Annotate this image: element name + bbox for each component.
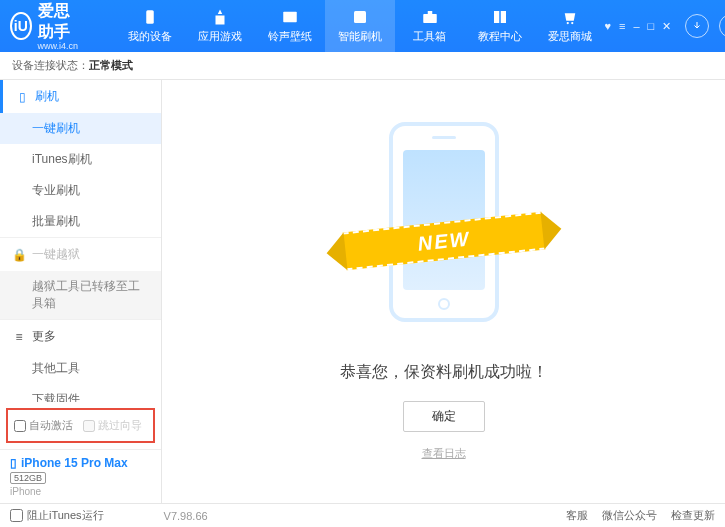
sidebar-item-oneclick[interactable]: 一键刷机 xyxy=(0,113,161,144)
nav-label: 智能刷机 xyxy=(338,29,382,44)
sidebar-group-flash[interactable]: ▯ 刷机 xyxy=(0,80,161,113)
sidebar-group-jailbreak: 🔒 一键越狱 xyxy=(0,238,161,271)
sidebar-item-pro[interactable]: 专业刷机 xyxy=(0,175,161,206)
footer-link-update[interactable]: 检查更新 xyxy=(671,508,715,523)
nav-label: 爱思商城 xyxy=(548,29,592,44)
image-icon xyxy=(280,8,300,26)
device-storage: 512GB xyxy=(10,472,46,484)
svg-rect-3 xyxy=(423,14,437,23)
nav-label: 我的设备 xyxy=(128,29,172,44)
cart-icon xyxy=(560,8,580,26)
ok-button[interactable]: 确定 xyxy=(403,401,485,432)
device-info: ▯ iPhone 15 Pro Max 512GB iPhone xyxy=(0,449,161,503)
footer-link-service[interactable]: 客服 xyxy=(566,508,588,523)
status-value: 正常模式 xyxy=(89,58,133,73)
svg-rect-0 xyxy=(146,10,154,24)
user-button[interactable] xyxy=(719,14,725,38)
main-content: NEW 恭喜您，保资料刷机成功啦！ 确定 查看日志 xyxy=(162,80,725,503)
phone-icon: ▯ xyxy=(10,456,17,470)
menu-icon: ≡ xyxy=(12,330,26,344)
device-name[interactable]: ▯ iPhone 15 Pro Max xyxy=(10,456,151,470)
sidebar-item-other-tools[interactable]: 其他工具 xyxy=(0,353,161,384)
app-title: 爱思助手 xyxy=(38,2,70,40)
nav-label: 应用游戏 xyxy=(198,29,242,44)
sidebar-item-batch[interactable]: 批量刷机 xyxy=(0,206,161,237)
minimize-icon[interactable]: – xyxy=(633,20,639,33)
svg-rect-4 xyxy=(427,11,432,14)
sidebar-jailbreak-note: 越狱工具已转移至工具箱 xyxy=(0,271,161,319)
svg-point-6 xyxy=(571,22,573,24)
status-label: 设备连接状态： xyxy=(12,58,89,73)
svg-rect-1 xyxy=(283,12,297,23)
nav-store[interactable]: 爱思商城 xyxy=(535,0,605,52)
success-message: 恭喜您，保资料刷机成功啦！ xyxy=(340,362,548,383)
app-subtitle: www.i4.cn xyxy=(38,41,85,51)
window-controls: ♥ ≡ – □ ✕ xyxy=(605,20,672,33)
sidebar-group-more[interactable]: ≡ 更多 xyxy=(0,320,161,353)
nav-apps[interactable]: 应用游戏 xyxy=(185,0,255,52)
toolbox-icon xyxy=(420,8,440,26)
highlighted-options: 自动激活 跳过向导 xyxy=(6,408,155,443)
svg-rect-2 xyxy=(354,11,366,23)
checkbox-label: 阻止iTunes运行 xyxy=(27,508,104,523)
checkbox-label: 自动激活 xyxy=(29,418,73,433)
sidebar: ▯ 刷机 一键刷机 iTunes刷机 专业刷机 批量刷机 🔒 一键越狱 越狱工具… xyxy=(0,80,162,503)
svg-point-5 xyxy=(566,22,568,24)
download-button[interactable] xyxy=(685,14,709,38)
book-icon xyxy=(490,8,510,26)
close-icon[interactable]: ✕ xyxy=(662,20,671,33)
version-label: V7.98.66 xyxy=(164,510,208,522)
success-illustration: NEW xyxy=(374,122,514,342)
view-log-link[interactable]: 查看日志 xyxy=(422,446,466,461)
app-logo: iU 爱思助手 www.i4.cn xyxy=(10,1,85,51)
sidebar-item-itunes[interactable]: iTunes刷机 xyxy=(0,144,161,175)
lock-icon: 🔒 xyxy=(12,248,26,262)
nav-label: 工具箱 xyxy=(413,29,446,44)
nav-label: 教程中心 xyxy=(478,29,522,44)
group-label: 一键越狱 xyxy=(32,246,80,263)
footer-link-wechat[interactable]: 微信公众号 xyxy=(602,508,657,523)
phone-icon: ▯ xyxy=(15,90,29,104)
connection-status: 设备连接状态： 正常模式 xyxy=(0,52,725,80)
nav-tutorials[interactable]: 教程中心 xyxy=(465,0,535,52)
checkbox-auto-activate[interactable]: 自动激活 xyxy=(14,418,73,433)
checkbox-skip-guide[interactable]: 跳过向导 xyxy=(83,418,142,433)
maximize-icon[interactable]: □ xyxy=(648,20,655,33)
nav-ringtones[interactable]: 铃声壁纸 xyxy=(255,0,325,52)
nav-flash[interactable]: 智能刷机 xyxy=(325,0,395,52)
nav-toolbox[interactable]: 工具箱 xyxy=(395,0,465,52)
settings-icon[interactable]: ≡ xyxy=(619,20,625,33)
nav-my-device[interactable]: 我的设备 xyxy=(115,0,185,52)
checkbox-label: 跳过向导 xyxy=(98,418,142,433)
flash-icon xyxy=(350,8,370,26)
apps-icon xyxy=(210,8,230,26)
group-label: 更多 xyxy=(32,328,56,345)
device-name-text: iPhone 15 Pro Max xyxy=(21,456,128,470)
device-type: iPhone xyxy=(10,486,151,497)
group-label: 刷机 xyxy=(35,88,59,105)
device-icon xyxy=(140,8,160,26)
sidebar-item-download-firmware[interactable]: 下载固件 xyxy=(0,384,161,402)
logo-icon: iU xyxy=(10,12,32,40)
checkbox-block-itunes[interactable]: 阻止iTunes运行 xyxy=(10,508,104,523)
nav-label: 铃声壁纸 xyxy=(268,29,312,44)
menu-icon[interactable]: ♥ xyxy=(605,20,612,33)
